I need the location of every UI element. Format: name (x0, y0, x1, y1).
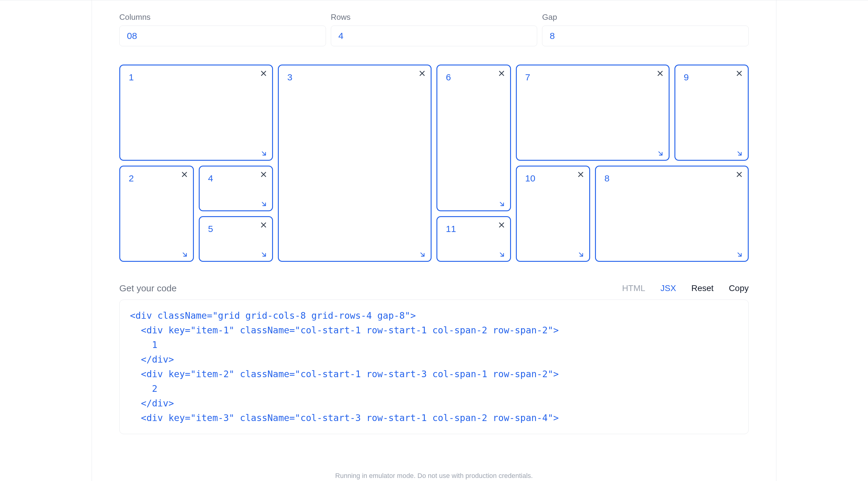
gap-input[interactable] (542, 26, 749, 46)
close-icon[interactable] (418, 70, 426, 77)
close-icon[interactable] (498, 221, 505, 229)
grid-item-number: 2 (129, 173, 134, 184)
svg-line-23 (738, 253, 741, 256)
resize-handle-icon[interactable] (260, 201, 267, 207)
columns-label: Columns (119, 12, 326, 22)
resize-handle-icon[interactable] (657, 150, 664, 157)
svg-line-5 (183, 253, 186, 256)
close-icon[interactable] (181, 171, 188, 178)
page-frame: Columns Rows Gap 1234567891011 Get your … (92, 0, 776, 481)
close-icon[interactable] (498, 70, 505, 77)
code-header: Get your code HTML JSX Reset Copy (119, 283, 749, 294)
rows-group: Rows (331, 12, 537, 46)
svg-line-2 (262, 152, 266, 155)
content: Columns Rows Gap 1234567891011 Get your … (92, 0, 776, 434)
code-output[interactable]: <div className="grid grid-cols-8 grid-ro… (119, 300, 749, 434)
tab-jsx[interactable]: JSX (660, 283, 676, 293)
tab-html[interactable]: HTML (622, 283, 645, 293)
grid-item[interactable]: 1 (119, 64, 273, 161)
grid-item[interactable]: 5 (199, 216, 273, 262)
svg-line-17 (500, 203, 503, 206)
gap-group: Gap (542, 12, 749, 46)
grid-item[interactable]: 2 (119, 166, 194, 262)
svg-line-32 (500, 253, 503, 256)
columns-input[interactable] (119, 26, 326, 46)
close-icon[interactable] (260, 171, 267, 178)
grid-item[interactable]: 4 (199, 166, 273, 211)
grid-item[interactable]: 6 (436, 64, 511, 211)
resize-handle-icon[interactable] (260, 150, 267, 157)
grid-builder[interactable]: 1234567891011 (119, 64, 749, 262)
resize-handle-icon[interactable] (181, 251, 188, 258)
grid-item-number: 9 (684, 72, 689, 83)
code-title: Get your code (119, 283, 177, 294)
grid-item[interactable]: 3 (278, 64, 432, 262)
grid-item-number: 11 (446, 224, 456, 234)
grid-item-number: 8 (604, 173, 610, 184)
grid-item-number: 10 (525, 173, 535, 184)
rows-label: Rows (331, 12, 537, 22)
grid-item[interactable]: 11 (436, 216, 511, 262)
code-actions: HTML JSX Reset Copy (622, 283, 749, 293)
grid-item-number: 6 (446, 72, 451, 83)
resize-handle-icon[interactable] (736, 251, 743, 258)
close-icon[interactable] (656, 70, 664, 77)
grid-item[interactable]: 8 (595, 166, 749, 262)
reset-button[interactable]: Reset (691, 283, 713, 293)
gap-label: Gap (542, 12, 749, 22)
svg-line-8 (421, 253, 424, 256)
svg-line-14 (262, 253, 266, 256)
resize-handle-icon[interactable] (498, 251, 505, 258)
rows-input[interactable] (331, 26, 537, 46)
columns-group: Columns (119, 12, 326, 46)
grid-item[interactable]: 7 (516, 64, 670, 161)
inputs-row: Columns Rows Gap (119, 12, 749, 46)
grid-item-number: 7 (525, 72, 530, 83)
grid-item-number: 1 (129, 72, 134, 83)
copy-button[interactable]: Copy (729, 283, 749, 293)
svg-line-26 (738, 152, 741, 155)
grid-item[interactable]: 10 (516, 166, 590, 262)
close-icon[interactable] (260, 221, 267, 229)
svg-line-29 (580, 253, 583, 256)
resize-handle-icon[interactable] (260, 251, 267, 258)
grid-item[interactable]: 9 (675, 64, 749, 161)
grid-item-number: 3 (287, 72, 292, 83)
grid-item-number: 5 (208, 224, 213, 234)
close-icon[interactable] (736, 171, 743, 178)
resize-handle-icon[interactable] (578, 251, 584, 258)
close-icon[interactable] (260, 70, 267, 77)
close-icon[interactable] (736, 70, 743, 77)
close-icon[interactable] (577, 171, 584, 178)
resize-handle-icon[interactable] (736, 150, 743, 157)
resize-handle-icon[interactable] (498, 201, 505, 207)
svg-line-20 (659, 152, 662, 155)
resize-handle-icon[interactable] (419, 251, 426, 258)
svg-line-11 (262, 203, 266, 206)
grid-item-number: 4 (208, 173, 213, 184)
